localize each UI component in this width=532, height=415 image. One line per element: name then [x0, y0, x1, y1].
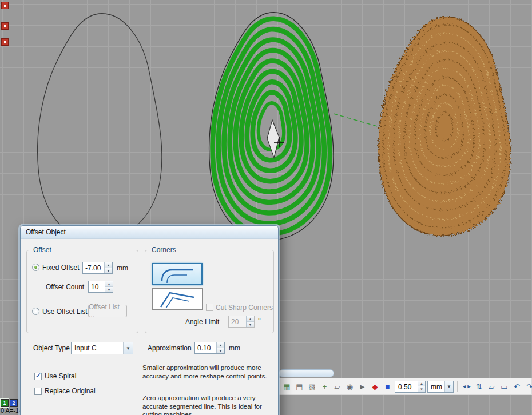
spin-down-icon: ▼ [418, 386, 425, 392]
left-tool-icon-3[interactable] [1, 38, 9, 46]
offset-count-spinner[interactable]: 10 ▲▼ [88, 281, 113, 293]
approximation-label: Approximation [148, 344, 192, 352]
approximation-spinner[interactable]: 0.10 ▲▼ [194, 342, 225, 354]
offset-center-node[interactable] [267, 120, 279, 158]
hatch-icon[interactable]: ▧ [307, 381, 317, 392]
fixed-offset-label: Fixed Offset [42, 264, 79, 272]
skew-vertical-icon[interactable]: ▭ [499, 381, 510, 392]
anchor-icon[interactable]: ◉ [344, 381, 355, 392]
outline-width-spinner[interactable]: 0.50 ▲▼ [395, 381, 426, 393]
spin-up-icon: ▲ [247, 316, 254, 322]
use-spiral-label: Use Spiral [45, 372, 76, 380]
approximation-unit: mm [229, 344, 240, 352]
mirror-vertical-icon[interactable]: ⇅ [474, 381, 485, 392]
angle-limit-unit: ° [258, 317, 261, 325]
chevron-down-icon[interactable]: ▼ [444, 381, 453, 392]
horizontal-scrollbar-thumb[interactable] [279, 369, 334, 377]
dialog-titlebar[interactable]: Offset Object [21, 226, 278, 239]
shape-outline[interactable] [38, 14, 162, 242]
unit-combo[interactable]: mm ▼ [427, 381, 454, 393]
node-edit-icon[interactable]: + [319, 381, 330, 392]
red-diamond-icon[interactable]: ◆ [370, 381, 380, 392]
spin-up-icon: ▲ [418, 381, 425, 387]
status-angle-readout: 0 A=-14 [1, 407, 22, 414]
use-spiral-checkbox[interactable] [34, 373, 42, 380]
left-tool-icon-1[interactable] [1, 2, 9, 9]
replace-original-label: Replace Original [45, 387, 96, 395]
spin-down-icon: ▼ [105, 268, 112, 273]
shape-offset-preview[interactable] [209, 13, 334, 241]
replace-original-checkbox[interactable] [34, 388, 42, 395]
left-tool-icon-2[interactable] [1, 22, 9, 30]
offset-list-button[interactable]: Offset List ... [88, 305, 127, 317]
object-type-label: Object Type [33, 344, 70, 352]
chevron-down-icon[interactable]: ▼ [123, 342, 133, 354]
angle-limit-spinner[interactable]: 20 ▲▼ [228, 316, 255, 328]
palette-chip-2[interactable]: 2 [10, 399, 18, 407]
spin-up-icon: ▲ [217, 342, 224, 348]
stitch-grid-icon[interactable]: ▦ [281, 381, 292, 392]
round-corners-button[interactable] [152, 263, 203, 285]
spin-up-icon: ▲ [105, 281, 113, 287]
object-properties-toolbar: ▦ ▤ ▧ + ▱ ◉ ► ◆ ■ 0.50 ▲▼ mm ▼ ◄► ⇅ ▱ ▭ … [279, 378, 532, 395]
offset-object-dialog: Offset Object Offset Fixed Offset -7.00 … [20, 225, 279, 415]
object-type-combo[interactable]: Input C ▼ [71, 342, 133, 354]
drawing-canvas[interactable]: Offset Object Offset Fixed Offset -7.00 … [0, 0, 532, 415]
round-corners-icon [157, 264, 197, 285]
shape-icon[interactable]: ▱ [332, 381, 343, 392]
fixed-offset-unit: mm [117, 264, 128, 272]
approximation-note-accuracy: Smaller approximation will produce more … [142, 364, 279, 380]
blue-square-icon[interactable]: ■ [382, 381, 393, 392]
toolbar-separator [457, 381, 458, 392]
skew-horizontal-icon[interactable]: ▱ [486, 381, 497, 392]
use-offset-list-label: Use Offset List [42, 308, 87, 316]
sharp-corners-icon [157, 289, 197, 309]
direction-icon[interactable]: ► [357, 381, 368, 392]
corners-group-caption: Corners [150, 246, 178, 254]
pattern-icon[interactable]: ▤ [294, 381, 305, 392]
sharp-corners-button[interactable] [152, 288, 203, 310]
offset-group: Offset Fixed Offset -7.00 ▲▼ mm Offset C… [26, 250, 138, 333]
angle-limit-label: Angle Limit [185, 318, 219, 326]
rotate-cw-icon[interactable]: ↷ [524, 381, 532, 392]
mirror-horizontal-icon[interactable]: ◄► [461, 381, 472, 392]
palette-chip-1[interactable]: 1 [1, 399, 9, 407]
use-offset-list-radio[interactable] [32, 308, 39, 315]
offset-group-caption: Offset [31, 246, 53, 254]
shape-embroidery[interactable] [379, 17, 510, 236]
rotate-ccw-icon[interactable]: ↶ [511, 381, 522, 392]
fixed-offset-spinner[interactable]: -7.00 ▲▼ [82, 262, 113, 274]
dialog-title: Offset Object [26, 228, 66, 236]
approximation-note-zero: Zero approximation will produce a very a… [142, 394, 279, 415]
cut-sharp-corners-label: Cut Sharp Corners [216, 304, 273, 312]
corners-group: Corners Cut Sharp Corners Angle Limit 20… [145, 250, 274, 333]
spin-down-icon: ▼ [105, 287, 113, 292]
spin-down-icon: ▼ [217, 348, 224, 353]
cut-sharp-corners-checkbox[interactable] [206, 304, 213, 311]
offset-count-label: Offset Count [46, 283, 84, 291]
spin-down-icon: ▼ [247, 322, 254, 327]
spin-up-icon: ▲ [105, 262, 112, 268]
fixed-offset-radio[interactable] [32, 264, 39, 271]
